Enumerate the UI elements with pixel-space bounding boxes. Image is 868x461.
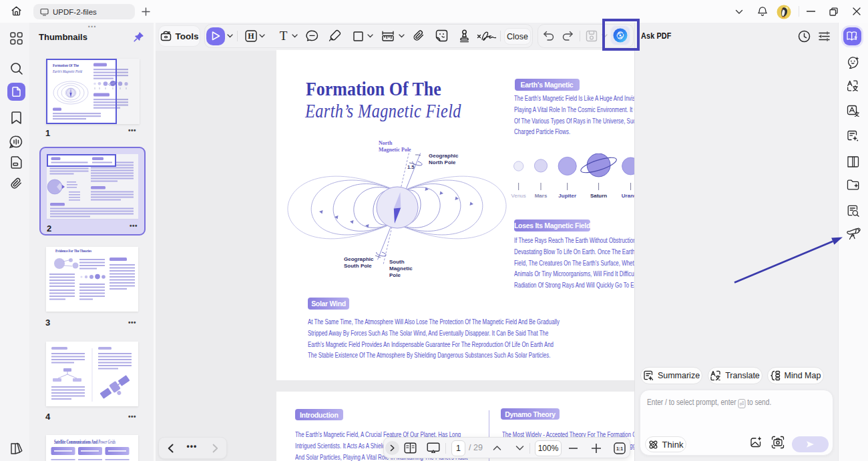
svg-text:South: South [389, 259, 405, 265]
svg-text:T: T [280, 29, 288, 42]
svg-text:Pole: Pole [389, 272, 401, 278]
svg-text:1:1: 1:1 [616, 446, 623, 451]
svg-text:South Pole: South Pole [344, 263, 372, 269]
svg-text:Magnetic Pole: Magnetic Pole [379, 147, 411, 153]
svg-text:H: H [248, 31, 254, 41]
svg-text:Uranus: Uranus [622, 193, 634, 199]
svg-text:North: North [379, 140, 393, 146]
svg-text:1.5: 1.5 [407, 164, 414, 170]
svg-text:Venus: Venus [511, 193, 526, 199]
svg-text:Jupiter: Jupiter [558, 193, 576, 199]
svg-text:Saturn: Saturn [590, 193, 607, 199]
svg-text:Geographic: Geographic [344, 256, 374, 262]
svg-text:Geographic: Geographic [429, 153, 459, 159]
svg-text:Mars: Mars [535, 193, 548, 199]
svg-text:Satellite Communications And P: Satellite Communications And Power Grids [54, 440, 116, 445]
svg-text:Magnetic: Magnetic [389, 266, 413, 272]
svg-text:North Pole: North Pole [429, 159, 456, 165]
svg-text:Evidence For The Theories: Evidence For The Theories [55, 248, 91, 254]
